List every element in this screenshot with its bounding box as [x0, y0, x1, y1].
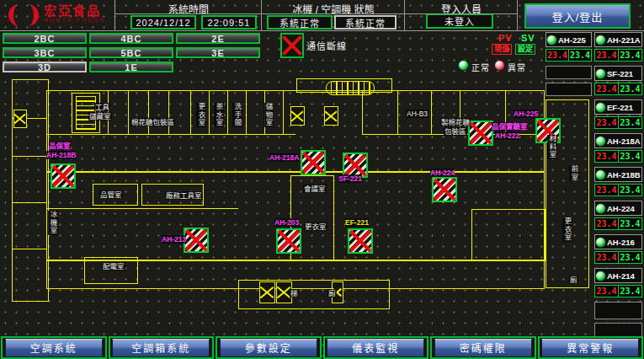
room-label: 工具 [94, 103, 110, 111]
unit-values: 23.4 23.4 [594, 251, 642, 264]
room-label: 儲物室 [263, 103, 274, 127]
equipment-label: 品保室 [49, 142, 71, 150]
unit-button[interactable]: SF-221 [594, 66, 642, 81]
unit-values: 23.4 23.4 [546, 49, 592, 62]
pv-value: 23.4 [595, 50, 619, 61]
equipment-label: SF-221 [338, 174, 362, 183]
room-label: 更衣室 [196, 103, 206, 127]
nav-cell: 參數設定 [216, 336, 322, 359]
status-led-icon [547, 35, 556, 45]
unit-name: SF-221 [607, 69, 633, 78]
pv-value: 23.4 [595, 117, 619, 128]
unit-button[interactable]: AH-214 [594, 268, 642, 283]
nav-button-密碼權限[interactable]: 密碼權限 [434, 339, 532, 357]
unit-values: 23.4 23.4 [594, 184, 642, 196]
unit-values: 23.4 23.4 [594, 49, 642, 62]
unit-button[interactable]: EF-221 [594, 99, 642, 115]
equipment-label: AH-224 [430, 169, 455, 177]
room-label: 更衣室 [304, 222, 327, 231]
nav-button-儀表監視[interactable]: 儀表監視 [327, 339, 424, 357]
unit-button[interactable]: AH-218B [594, 167, 642, 182]
sv-value: 23.4 [619, 151, 641, 162]
unit-values: 23.4 23.4 [594, 150, 642, 163]
pv-value: 23.4 [595, 286, 619, 297]
room-label: 廁 [569, 276, 578, 284]
pv-value: 23.4 [595, 218, 619, 229]
sv-value: 23.4 [619, 185, 641, 196]
comm-error-box[interactable] [51, 163, 76, 189]
pv-value: 23.4 [595, 185, 619, 196]
status-led-icon [596, 170, 605, 180]
empty-unit-slot [546, 83, 592, 96]
sv-value: 23.4 [569, 50, 591, 61]
room-label: 更衣室 [562, 217, 572, 242]
sv-value: 23.4 [619, 50, 641, 61]
room-label: 梯 [290, 289, 299, 297]
unit-name: AH-218A [607, 137, 641, 146]
unit-values: 23.4 23.4 [594, 116, 642, 129]
room-label: 會議室 [303, 185, 327, 193]
equipment-label: AH-218A [269, 153, 299, 162]
shaft-x-icon [290, 106, 305, 126]
empty-unit-slot [546, 66, 592, 79]
nav-cell: 空調箱系統 [109, 336, 215, 359]
nav-button-異常警報[interactable]: 異常警報 [541, 339, 639, 357]
unit-name: EF-221 [607, 103, 633, 112]
unit-name: AH-221A [607, 35, 641, 45]
equipment-label: EF-221 [345, 218, 369, 227]
room-label: 冰機室 [48, 211, 58, 235]
status-led-icon [596, 103, 605, 112]
unit-values: 23.4 23.4 [594, 83, 642, 95]
empty-unit-slot [594, 302, 642, 319]
sv-value: 23.4 [619, 83, 641, 94]
unit-AH-218A: AH-218A 23.4 23.4 [594, 133, 642, 163]
unit-button[interactable]: AH-224 [594, 201, 642, 216]
room-label: 包裝區 [444, 127, 467, 136]
comm-error-box[interactable] [348, 228, 373, 254]
room-label: 棉花糖包裝區 [130, 118, 175, 126]
equipment-label: AH-222 [495, 131, 519, 140]
unit-column-b: AH-221A 23.4 23.4 SF-221 23.4 23.4 EF-22… [594, 32, 642, 344]
comm-error-box[interactable] [276, 228, 301, 254]
sv-value: 23.4 [619, 252, 641, 263]
status-led-icon [596, 69, 605, 78]
room-label: 配電室 [102, 262, 125, 271]
room-label: 廠務工具室 [165, 191, 203, 200]
unit-AH-221A: AH-221A 23.4 23.4 [594, 32, 642, 62]
unit-name: AH-218B [607, 170, 641, 180]
comm-error-box[interactable] [468, 121, 493, 146]
unit-button[interactable]: AH-221A [594, 32, 642, 47]
pv-value: 23.4 [595, 83, 619, 94]
status-led-icon [596, 238, 605, 247]
nav-button-參數設定[interactable]: 參數設定 [220, 339, 317, 357]
unit-button[interactable]: AH-218A [594, 133, 642, 148]
unit-AH-225: AH-225 23.4 23.4 [546, 32, 592, 62]
bottom-nav-bar: 空調系統 空調箱系統 參數設定 儀表監視 密碼權限 異常警報 [0, 336, 644, 359]
unit-button[interactable]: AH-225 [546, 32, 592, 47]
pv-value: 23.4 [546, 50, 569, 61]
room-label: 品管室 [99, 190, 123, 199]
room-label: 儲藏室 [88, 112, 112, 121]
room-label: 材料室 [547, 135, 557, 159]
pv-value: 23.4 [595, 151, 619, 162]
unit-button[interactable]: AH-216 [594, 234, 642, 249]
equipment-label: 品保實驗室 [492, 122, 528, 131]
comm-error-box[interactable] [301, 150, 326, 175]
room-label: 前室 [569, 165, 579, 181]
room-label: 茶水室 [214, 103, 224, 127]
equipment-label: AH-218B [46, 151, 76, 159]
comm-error-box[interactable] [432, 177, 457, 202]
unit-EF-221: EF-221 23.4 23.4 [594, 99, 642, 129]
status-led-icon [596, 271, 605, 281]
unit-name: AH-214 [607, 271, 635, 281]
unit-values: 23.4 23.4 [594, 285, 642, 297]
nav-button-空調箱系統[interactable]: 空調箱系統 [112, 339, 210, 357]
unit-AH-216: AH-216 23.4 23.4 [594, 234, 642, 264]
comm-error-box[interactable] [184, 228, 209, 253]
equipment-label: AH-225 [514, 110, 538, 118]
nav-cell: 空調系統 [1, 336, 107, 359]
shaft-x-icon [259, 281, 275, 303]
unit-name: AH-224 [607, 204, 635, 213]
nav-button-空調系統[interactable]: 空調系統 [5, 339, 103, 357]
status-led-icon [596, 137, 605, 146]
